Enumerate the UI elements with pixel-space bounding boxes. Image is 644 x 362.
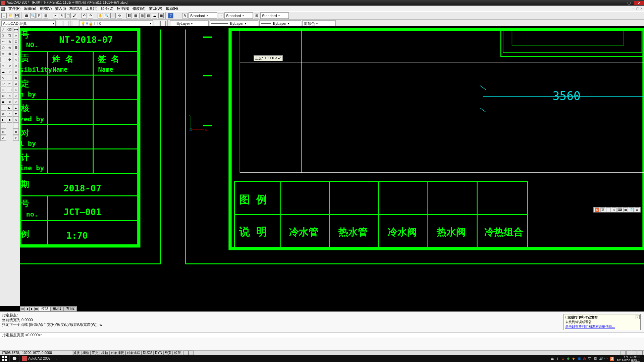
pline-icon[interactable]: 〰 — [0, 39, 6, 44]
menu-file[interactable]: 文件(F) — [7, 6, 22, 11]
dim-style-dropdown[interactable]: Standard — [224, 12, 253, 19]
tray-icon[interactable]: ▣ — [578, 357, 582, 361]
status-icon[interactable] — [183, 351, 189, 355]
tab-layout2[interactable]: 布局2 — [64, 306, 77, 311]
ws-lock-icon[interactable] — [63, 21, 68, 26]
notif-close-icon[interactable]: × — [636, 315, 640, 319]
menu-window[interactable]: 窗口(W) — [147, 6, 164, 11]
layer-state-icon[interactable] — [160, 21, 166, 26]
menu-insert[interactable]: 插入(I) — [53, 6, 67, 11]
t16-icon[interactable]: A — [13, 117, 19, 123]
tablestyle-icon[interactable]: ⊞ — [254, 13, 259, 18]
menu-dimension[interactable]: 标注(N) — [115, 6, 131, 11]
rectangle-icon[interactable]: ▭ — [0, 51, 6, 56]
tray-ime[interactable]: 中 — [604, 357, 608, 361]
menu-edit[interactable]: 编辑(E) — [22, 6, 38, 11]
stretch-icon[interactable]: ↔ — [7, 75, 12, 80]
paste-icon[interactable]: 📋 — [65, 13, 71, 18]
ws-settings-icon[interactable] — [57, 21, 62, 26]
rotate-icon[interactable]: ↻ — [7, 63, 12, 68]
t14-icon[interactable]: ▲ — [13, 105, 19, 111]
table-icon[interactable]: ⊞ — [0, 129, 6, 135]
layer-prop-icon[interactable] — [73, 21, 78, 26]
zoom-rt-icon[interactable]: 🔍 — [104, 13, 109, 18]
break-icon[interactable]: ⎋ — [7, 93, 12, 99]
polar-toggle[interactable]: 极轴 — [100, 351, 109, 355]
extend-icon[interactable]: ⟶ — [7, 87, 12, 93]
tray-icon[interactable]: 🛡 — [588, 357, 592, 361]
circle-icon[interactable]: ○ — [0, 63, 6, 68]
scale-icon[interactable]: ⤢ — [7, 69, 12, 74]
command-window[interactable]: 指定起点: 当前线宽为 0.0000 指定下一个点或 [圆弧(A)/半宽(H)/… — [0, 311, 644, 350]
ellipsearc-icon[interactable]: ⌓ — [0, 87, 6, 93]
t7-icon[interactable]: ◇ — [13, 63, 19, 68]
status-icon2[interactable] — [189, 351, 194, 355]
tray-icon[interactable]: 🌡 — [556, 357, 560, 361]
comm-icon[interactable] — [621, 351, 626, 355]
otrack-toggle[interactable]: 对象追踪 — [125, 351, 142, 355]
tab-layout1[interactable]: 布局1 — [50, 306, 64, 311]
spline-icon[interactable]: ∿ — [0, 75, 6, 80]
drawing-canvas[interactable]: 号 NO. NT-2018-07 责 sibility 姓 名 Name 签 名… — [20, 26, 644, 306]
tray-icon[interactable]: ◎ — [583, 357, 587, 361]
ortho-toggle[interactable]: 正交 — [91, 351, 100, 355]
tray-lock-icon[interactable] — [626, 351, 631, 355]
open-icon[interactable]: 📂 — [8, 13, 13, 18]
t6-icon[interactable]: △ — [13, 57, 19, 62]
area-icon[interactable]: ▱ — [13, 33, 19, 38]
tab-model[interactable]: 模型 — [39, 306, 50, 311]
minimize-button[interactable]: ─ — [614, 1, 624, 5]
calc-icon[interactable]: ▦ — [158, 13, 164, 18]
sheetset-icon[interactable]: ▤ — [146, 13, 151, 18]
copy-icon[interactable]: ⎘ — [59, 13, 64, 18]
ellipse-icon[interactable]: ⬭ — [0, 81, 6, 86]
arc-icon[interactable]: ⌒ — [0, 57, 6, 62]
zoom-win-icon[interactable]: ⬜ — [110, 13, 116, 18]
tab-last-icon[interactable]: ⏭ — [34, 306, 39, 311]
taskbar-clock[interactable]: 下午 4:59:512019/8/30 星期五 — [615, 355, 641, 362]
mirror-icon[interactable]: ⧎ — [7, 39, 12, 44]
tray-icon[interactable]: ⏏ — [551, 357, 555, 361]
text-style-dropdown[interactable]: Standard — [189, 12, 217, 19]
block-icon[interactable]: ▣ — [0, 99, 6, 105]
menu-help[interactable]: 帮助(H) — [164, 6, 180, 11]
tab-next-icon[interactable]: ▶ — [30, 306, 34, 311]
print-icon[interactable]: 🖶 — [24, 13, 29, 18]
tab-first-icon[interactable]: ⏮ — [20, 306, 25, 311]
match-icon[interactable]: 🖌 — [72, 13, 77, 18]
t11-icon[interactable]: ▷ — [13, 87, 19, 93]
taskbar-search[interactable]: ⚪ — [9, 355, 19, 362]
tray-icon[interactable]: ♨ — [561, 357, 566, 361]
gradient-icon[interactable]: ◧ — [0, 117, 6, 123]
publish-icon[interactable]: ⎘ — [37, 13, 42, 18]
t13-icon[interactable]: ◁ — [13, 99, 19, 105]
polygon-icon[interactable]: ⬡ — [0, 45, 6, 50]
massprop-icon[interactable]: ⊡ — [13, 39, 19, 44]
revcloud-icon[interactable]: ☁ — [0, 69, 6, 74]
doc-win-controls[interactable]: － ▢ ✕ — [632, 6, 644, 11]
ime-sogou-icon[interactable]: S — [595, 207, 599, 212]
fillet-icon[interactable]: ◜ — [7, 111, 12, 117]
tray-clean-icon[interactable] — [638, 351, 643, 355]
textstyle-icon[interactable]: A — [182, 13, 187, 18]
redo-icon[interactable]: ↷ — [88, 13, 93, 18]
copy2-icon[interactable]: ⿻ — [7, 33, 12, 38]
t9-icon[interactable]: ⊗ — [13, 75, 19, 80]
tray-sogou-icon[interactable]: S — [610, 357, 614, 361]
trim-icon[interactable]: ✂ — [7, 81, 12, 86]
menu-format[interactable]: 格式(O) — [68, 6, 84, 11]
chamfer-icon[interactable]: ◣ — [7, 105, 12, 111]
tray-plot-icon[interactable] — [632, 351, 637, 355]
notif-link[interactable]: 单击以查看打印和发布详细信息... — [565, 325, 615, 328]
grid-toggle[interactable]: 栅格 — [81, 351, 91, 355]
ime-lang[interactable]: 英 — [600, 207, 605, 212]
layer-prev-icon[interactable] — [154, 21, 159, 26]
insert-icon[interactable]: ⊞ — [0, 93, 6, 99]
t10-icon[interactable]: ⊘ — [13, 81, 19, 86]
mtext-icon[interactable]: A — [0, 135, 6, 141]
dist-icon[interactable]: ⟷ — [13, 26, 19, 32]
lwt-toggle[interactable]: 线宽 — [163, 351, 173, 355]
help-icon[interactable]: ? — [168, 13, 173, 18]
tray-icon[interactable]: 🔊 — [599, 357, 603, 361]
tray-icon[interactable]: ⊕ — [567, 357, 571, 361]
